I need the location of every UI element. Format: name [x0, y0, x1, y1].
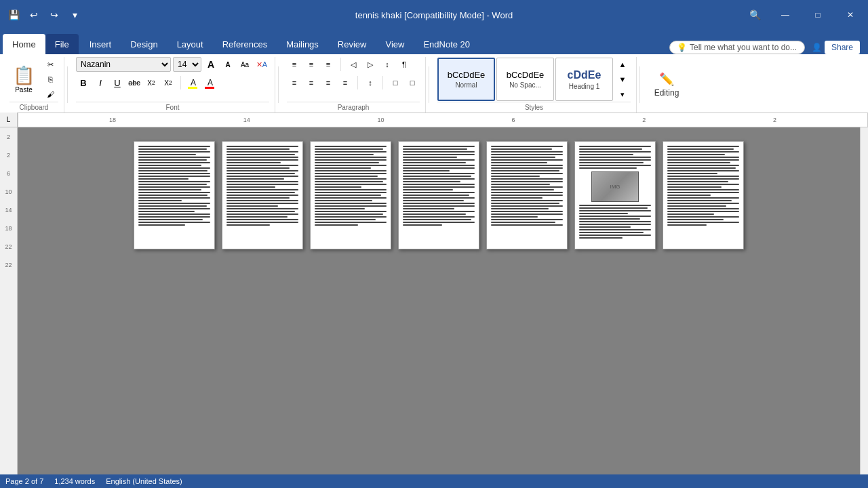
para-row-1: ≡ ≡ ≡ ◁ ▷ ↕ ¶: [287, 57, 412, 72]
clear-formatting-button[interactable]: ✕A: [254, 57, 269, 72]
style-nospace-name: No Spac...: [509, 81, 541, 89]
strikethrough-button[interactable]: abc: [127, 75, 142, 90]
minimize-button[interactable]: —: [773, 5, 797, 25]
tell-me-placeholder: Tell me what you want to do...: [690, 43, 797, 52]
customize-qa-button[interactable]: ▾: [66, 7, 83, 23]
text-highlight-button[interactable]: A: [186, 75, 201, 90]
font-grow-button[interactable]: A: [203, 57, 218, 72]
tell-me-box[interactable]: 💡 Tell me what you want to do...: [669, 41, 805, 54]
paragraph-label: Paragraph: [287, 102, 420, 113]
multilevel-button[interactable]: ≡: [321, 57, 336, 72]
ruler-num-2: 2: [642, 117, 646, 123]
tab-file[interactable]: File: [45, 34, 79, 54]
share-button[interactable]: Share: [825, 41, 860, 54]
editing-label: Editing: [654, 88, 679, 98]
justify-button[interactable]: ≡: [338, 75, 353, 90]
copy-button[interactable]: ⎘: [42, 73, 58, 86]
tab-endnote[interactable]: EndNote 20: [414, 34, 479, 54]
font-row-2: B I U abc X2 X2 A A: [76, 75, 218, 90]
para-inner-divider1: [340, 58, 341, 71]
style-normal[interactable]: bCcDdEe Normal: [437, 58, 495, 101]
show-hide-button[interactable]: ¶: [397, 57, 412, 72]
decrease-indent-button[interactable]: ◁: [346, 57, 361, 72]
bullets-button[interactable]: ≡: [287, 57, 302, 72]
styles-label: Styles: [437, 102, 631, 113]
para-inner-divider2: [357, 76, 358, 89]
style-no-space[interactable]: bCcDdEe No Spac...: [496, 58, 554, 101]
font-row-1: Nazanin 14 A A Aa ✕A: [76, 57, 269, 72]
tab-design[interactable]: Design: [121, 34, 167, 54]
page-thumbnail-2: [222, 141, 303, 249]
styles-scroll-up[interactable]: ▲: [614, 58, 631, 71]
ruler-area: L 18 14 10 6 2 2: [0, 113, 868, 127]
ruler-numbers: 18 14 10 6 2 2: [18, 117, 867, 123]
ribbon-tabs: Home File Insert Design Layout Reference…: [0, 30, 868, 54]
shading-button[interactable]: □: [388, 75, 403, 90]
align-right-button[interactable]: ≡: [321, 75, 336, 90]
divider-1: [67, 66, 68, 103]
paste-label: Paste: [15, 86, 33, 94]
word-count: 1,234 words: [54, 477, 95, 485]
numbering-button[interactable]: ≡: [304, 57, 319, 72]
format-painter-button[interactable]: 🖌: [42, 87, 58, 101]
ribbon-search-button[interactable]: 🔍: [745, 8, 765, 22]
ruler-num-10: 10: [378, 117, 384, 123]
subscript-button[interactable]: X2: [144, 75, 159, 90]
align-left-button[interactable]: ≡: [287, 75, 302, 90]
maximize-button[interactable]: □: [806, 5, 830, 25]
divider-3: [429, 66, 429, 103]
redo-button[interactable]: ↪: [46, 7, 62, 23]
cut-button[interactable]: ✂: [42, 58, 58, 71]
center-button[interactable]: ≡: [304, 75, 319, 90]
window-controls: 🔍 — □ ✕: [745, 5, 863, 25]
vertical-ruler: 2 2 6 10 14 18 22 22: [0, 127, 18, 474]
styles-scroll-down[interactable]: ▼: [614, 73, 631, 86]
tab-insert[interactable]: Insert: [80, 34, 121, 54]
document-area[interactable]: IMG: [18, 127, 860, 474]
bold-button[interactable]: B: [76, 75, 91, 90]
borders-button[interactable]: □: [405, 75, 420, 90]
vertical-scrollbar[interactable]: [860, 127, 868, 474]
v-num-22b: 22: [5, 262, 12, 268]
tab-home[interactable]: Home: [3, 34, 45, 54]
tab-mailings[interactable]: Mailings: [277, 34, 328, 54]
title-bar: 💾 ↩ ↪ ▾ tennis khaki [Compatibility Mode…: [0, 0, 868, 30]
page-thumbnail-4: [398, 141, 479, 249]
page-thumbnail-7: [663, 141, 744, 249]
line-spacing-button[interactable]: ↕: [363, 75, 378, 90]
superscript-button[interactable]: X2: [161, 75, 176, 90]
v-num-2b: 2: [7, 152, 10, 159]
font-group: Nazanin 14 A A Aa ✕A B I U abc X2 X2 A: [71, 57, 275, 113]
status-bar: Page 2 of 7 1,234 words English (United …: [0, 474, 868, 488]
paste-icon: 📋: [13, 65, 35, 86]
page6-image: IMG: [591, 171, 639, 202]
font-size-select[interactable]: 14: [173, 57, 201, 72]
italic-button[interactable]: I: [93, 75, 108, 90]
tab-references[interactable]: References: [213, 34, 277, 54]
font-name-select[interactable]: Nazanin: [76, 57, 171, 72]
tab-view[interactable]: View: [376, 34, 414, 54]
paragraph-group: ≡ ≡ ≡ ◁ ▷ ↕ ¶ ≡ ≡ ≡ ≡ ↕ □ □ Paragraph: [281, 57, 426, 113]
tab-layout[interactable]: Layout: [167, 34, 213, 54]
v-num-10: 10: [5, 189, 12, 195]
style-heading1[interactable]: cDdEe Heading 1: [555, 58, 613, 101]
close-button[interactable]: ✕: [838, 5, 863, 25]
ruler-num-2r: 2: [773, 117, 776, 123]
change-case-button[interactable]: Aa: [237, 57, 252, 72]
horizontal-ruler: 18 14 10 6 2 2: [18, 113, 868, 127]
language-info: English (United States): [106, 477, 182, 485]
style-normal-preview: bCcDdEe: [448, 70, 486, 80]
tab-review[interactable]: Review: [328, 34, 376, 54]
styles-gallery: bCcDdEe Normal bCcDdEe No Spac... cDdEe …: [437, 58, 613, 101]
font-shrink-button[interactable]: A: [220, 57, 235, 72]
underline-button[interactable]: U: [110, 75, 125, 90]
save-button[interactable]: 💾: [5, 7, 22, 23]
paste-button[interactable]: 📋 Paste: [9, 63, 38, 96]
ruler-corner[interactable]: L: [0, 113, 18, 127]
editing-group: ✏️ Editing: [643, 57, 690, 113]
undo-button[interactable]: ↩: [26, 7, 42, 23]
styles-more[interactable]: ▾: [614, 87, 631, 101]
sort-button[interactable]: ↕: [380, 57, 395, 72]
increase-indent-button[interactable]: ▷: [363, 57, 378, 72]
font-color-button[interactable]: A: [203, 75, 218, 90]
